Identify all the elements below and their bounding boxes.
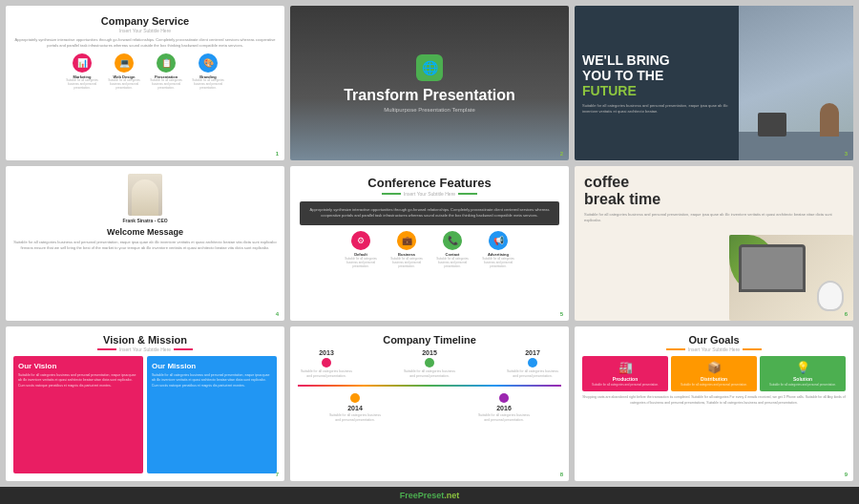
tl-title: Company Timeline [383,334,476,346]
tl-year-2014: 2014 [347,405,363,411]
slide1-icon-marketing: 📊 Marketing Suitable for all categories … [64,53,100,91]
slide-future: WE'LL BRING YOU TO THE FUTURE Suitable f… [575,6,853,160]
tl-text-2015: Suitable for all categories business and… [401,369,458,379]
tl-dot-2013 [322,358,331,368]
vm-sub: Insert Your Subtitle Here [13,346,277,352]
conf-contact-sub: Suitable for all categories business and… [433,257,471,269]
goals-sub: Insert Your Subtitle Here [582,346,846,352]
future-line1: WE'LL BRING [582,52,731,68]
branding-sub: Suitable for all categories business and… [190,79,226,91]
slide-goals: Our Goals Insert Your Subtitle Here 🏭 Pr… [575,326,853,481]
transform-logo: 🌐 [416,54,443,81]
tl-item-2016: 2016 Suitable for all categories busines… [475,393,533,423]
solution-icon: 💡 [796,361,810,374]
goal-distribution: 📦 Distribution Suitable for all categori… [671,356,757,391]
tl-line-bar [298,385,561,387]
vision-text: Suitable for all categories business and… [18,373,138,388]
mission-title: Our Mission [152,362,272,370]
slide1-subtitle: Insert Your Subtitle Here [119,28,171,33]
future-body: Suitable for all categories business and… [582,103,731,114]
conf-icon-default: ⚙ Default Suitable for all categories bu… [342,231,380,269]
slide9-num: 9 [845,472,848,477]
transform-sub: Multipurpose Presentation Template [384,107,475,113]
distribution-icon: 📦 [707,361,722,374]
slide7-num: 7 [276,472,279,477]
distribution-sub: Suitable for all categories and personal… [681,383,747,387]
coffee-title-l2: break time [584,191,844,208]
coffee-image [729,235,853,321]
slide-transform: 🌐 Transform Presentation Multipurpose Pr… [290,6,569,160]
marketing-icon: 📊 [73,53,92,73]
production-label: Production [613,376,638,382]
mission-box: Our Mission Suitable for all categories … [147,356,277,473]
conf-line-left [382,193,401,195]
goals-body: Shopping carts are abandoned right befor… [582,395,846,406]
slide5-num: 5 [560,311,563,317]
person-area: Frank Sinatra - CEO [122,174,167,223]
slide1-icon-webdesign: 💻 Web Design Suitable for all categories… [106,53,142,91]
coffee-laptop [739,244,806,292]
conf-icons: ⚙ Default Suitable for all categories bu… [342,231,517,269]
tl-item-2017: 2017 Suitable for all categories busines… [504,349,561,379]
tl-dot-2014 [350,393,360,403]
distribution-label: Distribution [701,376,727,382]
person-photo [128,174,162,216]
slide-timeline: Company Timeline 2013 Suitable for all c… [290,326,569,481]
slide1-icons: 📊 Marketing Suitable for all categories … [64,53,226,91]
bottom-bar: FreePreset.net [0,487,859,504]
transform-title: Transform Presentation [344,87,515,104]
conf-icon-advertising: 📢 Advertising Suitable for all categorie… [479,231,517,269]
slide-vision-mission: Vision & Mission Insert Your Subtitle He… [6,326,284,481]
vm-line-right [174,348,193,350]
slide6-num: 6 [845,311,848,317]
slide4-num: 4 [276,311,279,317]
conf-line-right [458,193,477,195]
production-icon: 🏭 [618,361,633,374]
slide1-icon-branding: 🎨 Branding Suitable for all categories b… [190,53,226,91]
presentation-icon: 📋 [157,53,176,73]
tl-line [298,385,561,388]
tl-year-2015: 2015 [422,349,437,356]
slide-coffee: coffee break time Suitable for all categ… [575,166,853,321]
tl-text-2016: Suitable for all categories business and… [475,413,533,423]
slide1-body: Appropriately synthesize interactive opp… [13,37,277,48]
welcome-title: Welcome Message [107,227,183,237]
office-person [820,103,839,136]
slide-welcome: Frank Sinatra - CEO Welcome Message Suit… [6,166,284,321]
branding-icon: 🎨 [199,53,218,73]
conf-body: Appropriately synthesize interactive opp… [300,201,559,225]
slide3-num: 3 [845,151,848,157]
slide2-num: 2 [560,151,563,157]
conf-icon-contact: 📞 Contact Suitable for all categories bu… [433,231,471,269]
tl-item-2014: 2014 Suitable for all categories busines… [326,393,384,423]
solution-sub: Suitable for all categories and personal… [769,383,836,387]
tl-item-2015: 2015 Suitable for all categories busines… [401,349,458,379]
slide1-icon-presentation: 📋 Presentation Suitable for all categori… [148,53,184,91]
coffee-cup [817,281,844,311]
coffee-sub: Suitable for all categories business and… [584,212,844,223]
conf-business-icon: 💼 [397,231,416,250]
conf-advertising-sub: Suitable for all categories business and… [479,257,517,269]
tl-dot-2015 [425,358,434,368]
production-sub: Suitable for all categories and personal… [592,383,659,387]
webdesign-icon: 💻 [115,53,134,73]
tl-dot-2016 [499,393,509,403]
mission-text: Suitable for all categories business and… [152,373,272,388]
tl-text-2013: Suitable for all categories business and… [298,369,355,379]
goals-boxes: 🏭 Production Suitable for all categories… [582,356,846,391]
slide1-title: Company Service [101,15,189,27]
vision-box: Our Vision Suitable for all categories b… [13,356,143,473]
goals-title: Our Goals [582,334,846,346]
tl-dot-2017 [528,358,537,368]
future-line3: FUTURE [582,83,731,98]
tl-area: 2013 Suitable for all categories busines… [298,349,561,473]
presentation-sub: Suitable for all categories business and… [148,79,184,91]
slide-conference: Conference Features Insert Your Subtitle… [290,166,569,321]
tl-text-2014: Suitable for all categories business and… [326,413,384,423]
future-line2: YOU TO THE [582,68,731,83]
conf-sub: Insert Your Subtitle Here [382,191,477,197]
conf-default-icon: ⚙ [351,231,370,250]
conf-icon-business: 💼 Business Suitable for all categories b… [388,231,426,269]
coffee-title-l1: coffee [584,174,844,191]
vm-boxes: Our Vision Suitable for all categories b… [13,356,277,473]
